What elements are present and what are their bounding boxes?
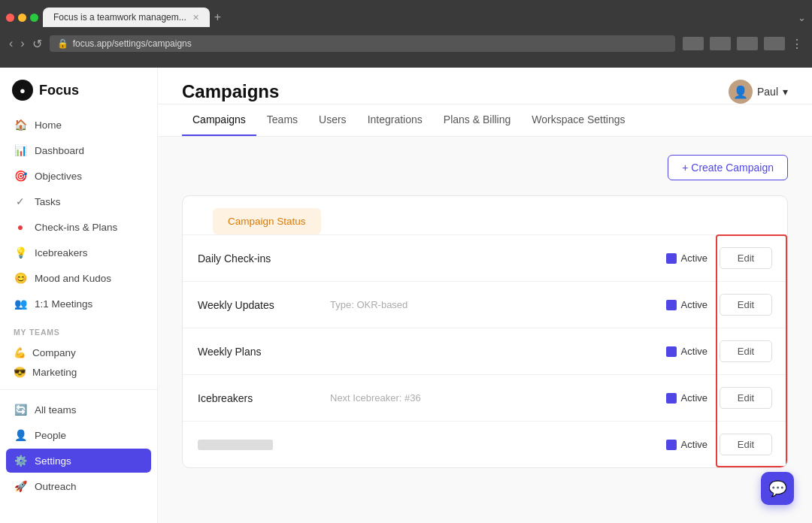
status-label: Active: [681, 392, 707, 404]
chat-fab-button[interactable]: 💬: [761, 472, 794, 505]
sidebar-item-all-teams[interactable]: 🔄 All teams: [6, 398, 151, 422]
status-label: Active: [681, 299, 707, 310]
sidebar-item-meetings[interactable]: 👥 1:1 Meetings: [6, 292, 151, 316]
sidebar-label-all-teams: All teams: [35, 404, 77, 416]
user-menu[interactable]: 👤 Paul ▾: [729, 80, 788, 104]
tasks-icon: ✓: [14, 195, 27, 208]
sidebar-item-mood[interactable]: 😊 Mood and Kudos: [6, 266, 151, 290]
table-row: Weekly Plans Active Edit: [183, 328, 787, 374]
home-icon: 🏠: [14, 118, 27, 132]
url-text: focus.app/settings/campaigns: [73, 38, 192, 49]
browser-tab[interactable]: Focus is a teamwork managem... ✕: [43, 8, 210, 27]
sidebar-item-company[interactable]: 💪 Company: [14, 343, 144, 362]
status-label: Active: [681, 252, 707, 264]
extension-3[interactable]: [737, 37, 758, 50]
app-container: ● Focus 🏠 Home 📊 Dashboard 🎯 Objectives …: [0, 68, 812, 523]
campaign-name: Icebreakers: [198, 392, 318, 404]
sidebar-item-people[interactable]: 👤 People: [6, 423, 151, 447]
tab-close-icon[interactable]: ✕: [192, 13, 199, 23]
settings-icon: ⚙️: [14, 454, 27, 467]
main-content: Campaigns 👤 Paul ▾ Campaigns Teams Users…: [158, 68, 812, 523]
create-btn-row: + Create Campaign: [182, 155, 788, 180]
address-bar[interactable]: 🔒 focus.app/settings/campaigns: [50, 35, 675, 52]
campaign-card: Campaign Status Daily Check-ins Active E…: [182, 195, 788, 468]
sidebar-label-home: Home: [35, 119, 62, 131]
blurred-campaign-name: [198, 440, 273, 450]
sidebar: ● Focus 🏠 Home 📊 Dashboard 🎯 Objectives …: [0, 68, 158, 523]
sidebar-item-home[interactable]: 🏠 Home: [6, 113, 151, 137]
table-row: Daily Check-ins Active Edit: [183, 234, 787, 281]
close-dot[interactable]: [6, 14, 14, 22]
campaign-list: Daily Check-ins Active Edit Weekly Updat…: [183, 234, 787, 467]
tab-integrations[interactable]: Integrations: [357, 104, 433, 136]
logo-icon: ●: [12, 80, 33, 101]
edit-button[interactable]: Edit: [720, 387, 772, 409]
minimize-dot[interactable]: [18, 14, 26, 22]
sidebar-bottom: 🔄 All teams 👤 People ⚙️ Settings 🚀 Outre…: [0, 398, 157, 498]
sidebar-item-settings[interactable]: ⚙️ Settings: [6, 449, 151, 473]
campaign-status-header: Campaign Status: [213, 208, 321, 234]
sidebar-label-marketing: Marketing: [32, 367, 77, 378]
extension-2[interactable]: [710, 37, 731, 50]
dashboard-icon: 📊: [14, 144, 27, 157]
forward-button[interactable]: ›: [20, 37, 24, 50]
page-title: Campaigns: [182, 81, 279, 102]
avatar: 👤: [729, 80, 753, 104]
people-icon: 👤: [14, 428, 27, 442]
window-controls: [6, 14, 38, 22]
sidebar-item-tasks[interactable]: ✓ Tasks: [6, 189, 151, 213]
reload-button[interactable]: ↺: [32, 37, 42, 51]
logo: ● Focus: [0, 80, 157, 113]
sidebar-label-objectives: Objectives: [35, 171, 82, 182]
outreach-icon: 🚀: [14, 479, 27, 493]
sidebar-item-outreach[interactable]: 🚀 Outreach: [6, 474, 151, 498]
edit-button[interactable]: Edit: [720, 434, 772, 455]
user-dropdown-icon: ▾: [783, 86, 788, 98]
status-badge: Active: [666, 439, 707, 450]
edit-button[interactable]: Edit: [720, 247, 772, 269]
sidebar-label-dashboard: Dashboard: [35, 145, 84, 156]
mood-icon: 😊: [14, 271, 27, 285]
status-badge: Active: [666, 252, 707, 264]
sidebar-item-checkins[interactable]: ● Check-ins & Plans: [6, 215, 151, 239]
sidebar-item-marketing[interactable]: 😎 Marketing: [14, 362, 144, 382]
meetings-icon: 👥: [14, 297, 27, 310]
sidebar-item-icebreakers[interactable]: 💡 Icebreakers: [6, 240, 151, 265]
tab-workspace[interactable]: Workspace Settings: [521, 104, 635, 136]
status-badge: Active: [666, 392, 707, 404]
tab-campaigns[interactable]: Campaigns: [182, 104, 256, 136]
status-label: Active: [681, 439, 707, 450]
status-dot: [666, 393, 677, 404]
sidebar-label-tasks: Tasks: [35, 196, 61, 207]
sidebar-item-objectives[interactable]: 🎯 Objectives: [6, 164, 151, 188]
sidebar-nav: 🏠 Home 📊 Dashboard 🎯 Objectives ✓ Tasks …: [0, 113, 157, 316]
status-dot: [666, 346, 677, 357]
tab-title: Focus is a teamwork managem...: [53, 12, 186, 23]
campaign-name: Daily Check-ins: [198, 252, 318, 265]
extension-1[interactable]: [683, 37, 704, 50]
new-tab-button[interactable]: +: [214, 11, 221, 24]
tab-teams[interactable]: Teams: [256, 104, 308, 136]
objectives-icon: 🎯: [14, 169, 27, 183]
maximize-dot[interactable]: [30, 14, 38, 22]
browser-menu-icon[interactable]: ⋮: [791, 37, 803, 51]
table-row: Icebreakers Next Icebreaker: #36 Active …: [183, 374, 787, 421]
sidebar-label-mood: Mood and Kudos: [35, 273, 111, 284]
top-bar: Campaigns 👤 Paul ▾: [158, 68, 812, 104]
edit-button[interactable]: Edit: [720, 294, 772, 316]
all-teams-icon: 🔄: [14, 403, 27, 416]
extension-4[interactable]: [764, 37, 785, 50]
my-teams-label: MY TEAMS: [14, 328, 144, 337]
tab-users[interactable]: Users: [308, 104, 357, 136]
sidebar-label-icebreakers: Icebreakers: [35, 247, 88, 258]
browser-tabs: Focus is a teamwork managem... ✕ + ⌄: [0, 0, 812, 29]
campaign-type: Type: OKR-based: [330, 299, 654, 310]
create-campaign-button[interactable]: + Create Campaign: [668, 155, 788, 180]
address-bar-row: ‹ › ↺ 🔒 focus.app/settings/campaigns ⋮: [0, 29, 812, 59]
tab-billing[interactable]: Plans & Billing: [433, 104, 522, 136]
back-button[interactable]: ‹: [9, 37, 13, 50]
status-label: Active: [681, 346, 707, 357]
edit-button[interactable]: Edit: [720, 340, 772, 362]
browser-chrome: Focus is a teamwork managem... ✕ + ⌄ ‹ ›…: [0, 0, 812, 68]
sidebar-item-dashboard[interactable]: 📊 Dashboard: [6, 138, 151, 162]
